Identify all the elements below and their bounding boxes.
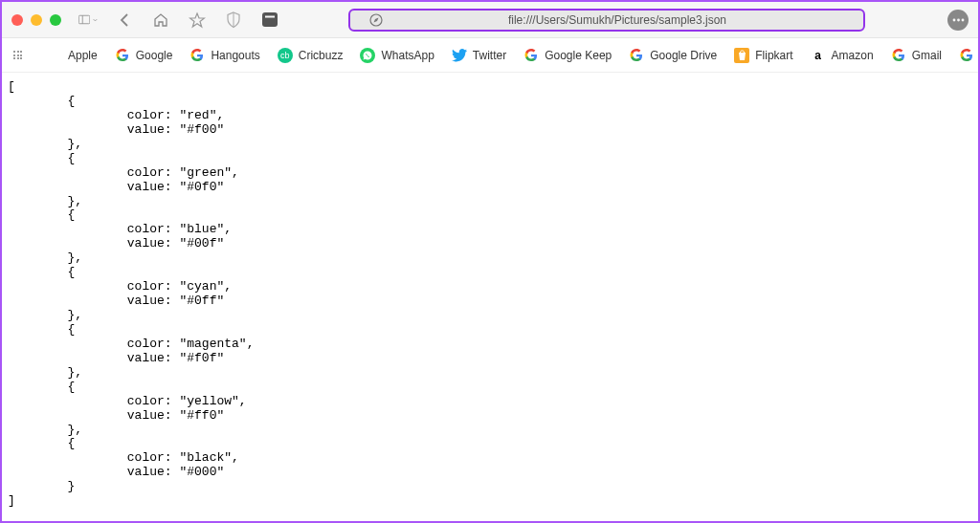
cricbuzz-icon: cb: [278, 48, 293, 63]
bookmark-flipkart[interactable]: Flipkart: [734, 48, 792, 63]
tab-overview-icon[interactable]: [260, 11, 279, 30]
address-bar-container: file:///Users/Sumukh/Pictures/sample3.js…: [279, 9, 934, 32]
toolbar-icon-group: [78, 11, 279, 30]
more-button[interactable]: [947, 10, 969, 31]
maximize-window-button[interactable]: [50, 14, 61, 26]
bookmark-twitter[interactable]: Twitter: [452, 48, 506, 63]
bookmark-label: Gmail: [912, 49, 942, 62]
apple-icon: [47, 48, 62, 63]
flipkart-icon: [734, 48, 749, 63]
bookmark-label: Amazon: [832, 49, 874, 62]
svg-point-7: [961, 18, 964, 21]
address-bar[interactable]: file:///Users/Sumukh/Pictures/sample3.js…: [348, 9, 865, 32]
json-content: [ { color: "red", value: "#f00" }, { col…: [2, 73, 978, 516]
star-icon[interactable]: [188, 11, 207, 30]
bookmark-google[interactable]: Google: [115, 48, 173, 63]
bookmark-google-drive[interactable]: Google Drive: [629, 48, 717, 63]
bookmark-label: Google Keep: [545, 49, 612, 62]
google-icon: [523, 48, 539, 63]
bookmark-google-keep[interactable]: Google Keep: [523, 48, 612, 63]
minimize-window-button[interactable]: [31, 14, 42, 26]
bookmark-cricbuzz[interactable]: cb Cricbuzz: [278, 48, 344, 63]
svg-rect-2: [262, 12, 278, 27]
bookmark-label: Apple: [68, 49, 98, 62]
bookmark-label: Hangouts: [211, 49, 259, 62]
bookmark-label: WhatsApp: [381, 49, 434, 62]
window-controls: [11, 14, 61, 26]
url-text: file:///Users/Sumukh/Pictures/sample3.js…: [390, 13, 844, 27]
whatsapp-icon: [360, 48, 375, 63]
google-icon: [629, 48, 644, 63]
svg-rect-3: [265, 16, 275, 18]
svg-rect-0: [78, 15, 90, 23]
bookmark-whatsapp[interactable]: WhatsApp: [360, 48, 434, 63]
sidebar-toggle-icon[interactable]: [78, 11, 98, 30]
bookmark-google-docs[interactable]: Google Docs: [959, 48, 980, 63]
bookmark-gmail[interactable]: Gmail: [891, 48, 942, 63]
bookmark-apple[interactable]: Apple: [47, 48, 98, 63]
bookmark-label: Flipkart: [755, 49, 792, 62]
amazon-icon: a: [811, 48, 826, 63]
bookmark-amazon[interactable]: a Amazon: [811, 48, 874, 63]
twitter-icon: [452, 48, 467, 63]
close-window-button[interactable]: [11, 14, 23, 26]
bookmark-label: Cricbuzz: [299, 49, 344, 62]
home-icon[interactable]: [151, 11, 170, 30]
bookmark-label: Google Drive: [650, 49, 717, 62]
bookmark-label: Twitter: [473, 49, 506, 62]
svg-point-5: [952, 18, 955, 21]
back-button-icon[interactable]: [115, 11, 134, 30]
svg-point-6: [957, 18, 960, 21]
bookmarks-bar: Apple Google Hangouts cb Cricbuzz WhatsA…: [2, 38, 978, 73]
google-icon: [115, 48, 130, 63]
compass-icon: [369, 13, 383, 27]
google-icon: [959, 48, 974, 63]
apps-grid-icon[interactable]: [13, 51, 22, 59]
shield-icon[interactable]: [224, 11, 243, 30]
bookmark-hangouts[interactable]: Hangouts: [189, 48, 259, 63]
bookmark-label: Google: [136, 49, 173, 62]
google-icon: [189, 48, 205, 63]
browser-toolbar: file:///Users/Sumukh/Pictures/sample3.js…: [2, 2, 978, 38]
google-icon: [891, 48, 906, 63]
